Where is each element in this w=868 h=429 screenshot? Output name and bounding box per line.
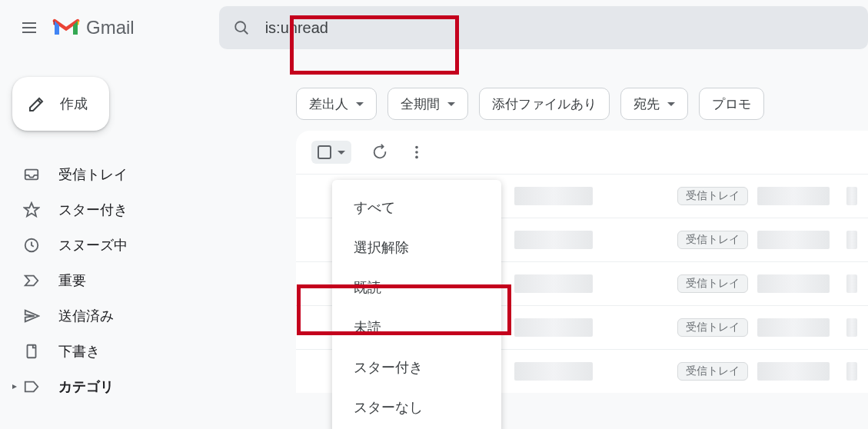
sidebar-item-star[interactable]: スター付き (11, 192, 211, 228)
header: Gmail (0, 0, 868, 55)
gmail-icon (52, 17, 80, 38)
select-dropdown-menu: すべて選択解除既読未読スター付きスターなし (332, 180, 501, 429)
svg-point-3 (235, 22, 245, 32)
app-name: Gmail (86, 17, 135, 38)
svg-rect-7 (28, 345, 36, 358)
inbox-label-badge[interactable]: 受信トレイ (677, 274, 748, 293)
subject-placeholder (757, 274, 830, 293)
send-icon (23, 308, 40, 324)
chip-label: 全期間 (401, 95, 440, 113)
chip-label: 添付ファイルあり (492, 95, 597, 113)
filter-chip[interactable]: 添付ファイルあり (479, 88, 610, 120)
important-icon (23, 272, 40, 289)
inbox-label-badge[interactable]: 受信トレイ (677, 318, 748, 337)
select-all-checkbox[interactable] (318, 145, 331, 159)
select-all-dropdown[interactable] (311, 141, 351, 164)
dropdown-item[interactable]: スター付き (332, 348, 501, 387)
sidebar-item-send[interactable]: 送信済み (11, 298, 211, 334)
chevron-down-icon (667, 102, 675, 106)
expand-caret-icon (11, 383, 18, 391)
compose-label: 作成 (60, 95, 88, 113)
filter-chip[interactable]: 差出人 (296, 88, 377, 120)
sidebar-item-important[interactable]: 重要 (11, 263, 211, 298)
mail-toolbar (296, 131, 868, 174)
sidebar-item-inbox[interactable]: 受信トレイ (11, 157, 211, 192)
dropdown-item[interactable]: 未読 (332, 308, 501, 348)
svg-line-4 (244, 30, 248, 34)
filter-chips-row: 差出人全期間添付ファイルあり宛先プロモ (296, 88, 868, 131)
more-button[interactable] (408, 144, 425, 161)
dropdown-item[interactable]: 既読 (332, 268, 501, 308)
chip-label: 宛先 (634, 95, 660, 113)
filter-chip[interactable]: プロモ (699, 88, 764, 120)
refresh-button[interactable] (371, 144, 388, 161)
sender-placeholder (514, 231, 593, 249)
sidebar-item-label: 下書き (58, 342, 100, 361)
sidebar-item-draft[interactable]: 下書き (11, 334, 211, 369)
chip-label: プロモ (712, 95, 751, 113)
filter-chip[interactable]: 全期間 (387, 88, 468, 120)
inbox-icon (23, 166, 40, 183)
chevron-down-icon (338, 151, 345, 155)
sidebar: 作成 受信トレイスター付きスヌーズ中重要送信済み下書きカテゴリ (11, 77, 211, 404)
subject-placeholder (757, 187, 830, 205)
svg-point-9 (415, 151, 418, 154)
compose-button[interactable]: 作成 (12, 77, 109, 131)
subject-placeholder (757, 362, 830, 381)
tail-placeholder (846, 187, 857, 205)
sidebar-item-label: 受信トレイ (58, 165, 128, 184)
subject-placeholder (757, 231, 830, 249)
search-bar[interactable] (219, 6, 868, 49)
tail-placeholder (846, 231, 857, 249)
sidebar-item-label: カテゴリ (58, 377, 114, 396)
sidebar-item-clock[interactable]: スヌーズ中 (11, 228, 211, 263)
clock-icon (23, 237, 40, 254)
dropdown-item[interactable]: すべて (332, 188, 501, 228)
search-input[interactable] (264, 18, 417, 38)
chip-label: 差出人 (309, 95, 348, 113)
sidebar-item-label: 送信済み (58, 307, 114, 325)
dropdown-item[interactable]: スターなし (332, 387, 501, 427)
sender-placeholder (514, 187, 593, 205)
gmail-logo[interactable]: Gmail (52, 17, 135, 38)
sender-placeholder (514, 318, 593, 337)
sidebar-item-label[interactable]: カテゴリ (11, 369, 211, 404)
hamburger-menu-icon[interactable] (11, 9, 48, 46)
sender-placeholder (514, 274, 593, 293)
inbox-label-badge[interactable]: 受信トレイ (677, 362, 748, 381)
sidebar-item-label: スター付き (58, 201, 128, 219)
star-icon (23, 201, 40, 218)
pencil-icon (28, 95, 46, 113)
chevron-down-icon (447, 102, 455, 106)
sender-placeholder (514, 362, 593, 381)
dropdown-item[interactable]: 選択解除 (332, 228, 501, 268)
inbox-label-badge[interactable]: 受信トレイ (677, 187, 748, 205)
filter-chip[interactable]: 宛先 (620, 88, 688, 120)
search-icon (233, 19, 250, 36)
label-icon (23, 378, 40, 395)
draft-icon (23, 343, 40, 360)
tail-placeholder (846, 362, 857, 381)
tail-placeholder (846, 274, 857, 293)
chevron-down-icon (356, 102, 364, 106)
svg-point-8 (415, 146, 418, 149)
tail-placeholder (846, 318, 857, 337)
inbox-label-badge[interactable]: 受信トレイ (677, 231, 748, 249)
subject-placeholder (757, 318, 830, 337)
sidebar-item-label: スヌーズ中 (58, 236, 128, 254)
svg-point-10 (415, 156, 418, 159)
sidebar-item-label: 重要 (58, 271, 86, 290)
